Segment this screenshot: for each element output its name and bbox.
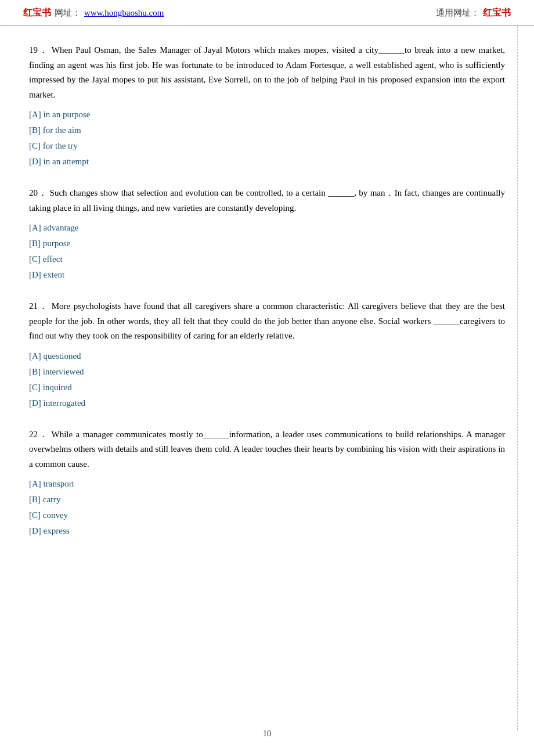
q19-option-c[interactable]: [C] for the try [29,138,505,154]
question-21-body: More psychologists have found that all c… [29,301,505,340]
question-22-text: 22． While a manager communicates mostly … [29,427,505,472]
q19-option-b[interactable]: [B] for the aim [29,123,505,138]
question-19: 19． When Paul Osman, the Sales Manager o… [29,43,505,170]
question-19-body: When Paul Osman, the Sales Manager of Ja… [29,45,505,99]
website-label: 网址： [55,8,81,19]
q22-option-c[interactable]: [C] convey [29,507,505,523]
q22-option-b[interactable]: [B] carry [29,492,505,507]
q22-option-d[interactable]: [D] express [29,523,505,539]
header-left: 红宝书 网址： www.hongbaoshu.com [23,7,164,19]
page-number: 10 [263,729,271,738]
question-22-options: [A] transport [B] carry [C] convey [D] e… [29,476,505,539]
q19-option-d[interactable]: [D] in an attempt [29,154,505,170]
general-label: 通用网址： [436,8,479,19]
question-19-number: 19． [29,45,49,55]
q20-option-b[interactable]: [B] purpose [29,236,505,251]
question-22: 22． While a manager communicates mostly … [29,427,505,539]
header-url[interactable]: www.hongbaoshu.com [84,8,164,18]
question-22-number: 22． [29,430,48,439]
question-19-text: 19． When Paul Osman, the Sales Manager o… [29,43,505,102]
header: 红宝书 网址： www.hongbaoshu.com 通用网址： 红宝书 [0,0,534,26]
q20-option-c[interactable]: [C] effect [29,251,505,267]
footer: 10 [0,729,534,739]
brand-right: 红宝书 [483,7,511,19]
question-21-text: 21． More psychologists have found that a… [29,299,505,344]
page-container: 红宝书 网址： www.hongbaoshu.com 通用网址： 红宝书 19．… [0,0,534,756]
brand-left: 红宝书 [23,7,51,19]
q21-option-c[interactable]: [C] inquired [29,380,505,395]
question-20-body: Such changes show that selection and evo… [29,188,505,213]
q22-option-a[interactable]: [A] transport [29,476,505,492]
question-20-number: 20． [29,188,47,197]
question-21-options: [A] questioned [B] interviewed [C] inqui… [29,348,505,411]
header-right: 通用网址： 红宝书 [436,7,511,19]
question-22-body: While a manager communicates mostly to__… [29,430,505,469]
q20-option-a[interactable]: [A] advantage [29,220,505,236]
question-20-text: 20． Such changes show that selection and… [29,186,505,215]
question-19-options: [A] in an purpose [B] for the aim [C] fo… [29,107,505,170]
question-20: 20． Such changes show that selection and… [29,186,505,283]
question-21: 21． More psychologists have found that a… [29,299,505,411]
question-20-options: [A] advantage [B] purpose [C] effect [D]… [29,220,505,283]
content-area: 19． When Paul Osman, the Sales Manager o… [0,26,534,573]
q21-option-d[interactable]: [D] interrogated [29,395,505,411]
q19-option-a[interactable]: [A] in an purpose [29,107,505,123]
question-21-number: 21． [29,301,48,311]
q21-option-a[interactable]: [A] questioned [29,348,505,364]
q20-option-d[interactable]: [D] extent [29,267,505,283]
q21-option-b[interactable]: [B] interviewed [29,364,505,380]
